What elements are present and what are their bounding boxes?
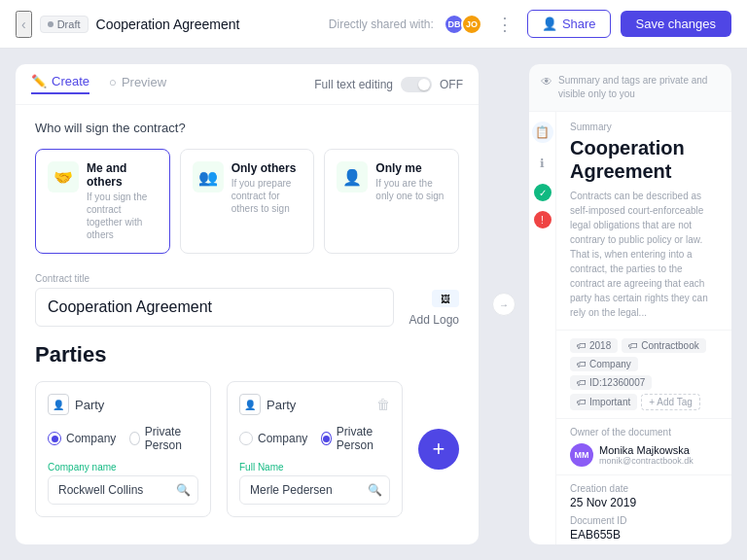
party-1-person-radio[interactable]: Private Person (129, 425, 198, 452)
signer-options: 🤝 Me and others If you sign the contract… (35, 149, 459, 254)
party-2-person-radio[interactable]: Private Person (321, 425, 390, 452)
signer-others-name: Only others (231, 161, 302, 175)
sidebar-icon-strip: 📋 ℹ ✓ ! (529, 112, 556, 544)
party-2-label: Party (267, 398, 296, 412)
draft-badge: Draft (40, 16, 89, 33)
signer-me-and-others[interactable]: 🤝 Me and others If you sign the contract… (35, 149, 170, 254)
logo-upload-icon: 🖼 (432, 290, 459, 307)
owner-avatar: MM (570, 443, 593, 467)
party-2-icon: 👤 (239, 394, 261, 415)
party-1-company-radio[interactable]: Company (48, 425, 116, 452)
more-button[interactable]: ⋮ (492, 10, 517, 39)
main-content: ✏️ Create ○ Preview Full text editing OF… (0, 49, 747, 560)
panel-arrow: → (490, 64, 517, 544)
tag-icon: 🏷 (628, 340, 638, 351)
tag-icon: 🏷 (577, 377, 587, 388)
add-tag-button[interactable]: + Add Tag (641, 394, 700, 410)
draft-label: Draft (57, 18, 81, 30)
signer-only-others[interactable]: 👥 Only others If you prepare contract fo… (180, 149, 315, 254)
parties-grid: 👤 Party Company Private Person (35, 381, 459, 517)
document-title: Cooperation Agreement (96, 17, 321, 32)
party-1-card: 👤 Party Company Private Person (35, 381, 211, 517)
pencil-icon: ✏️ (31, 74, 47, 88)
notice-text: Summary and tags are private and visible… (558, 74, 720, 101)
summary-desc: Contracts can be described as self-impos… (570, 189, 718, 320)
tab-bar: ✏️ Create ○ Preview Full text editing OF… (16, 64, 479, 105)
signer-only-me-desc: If you are the only one to sign (375, 177, 446, 202)
summary-label: Summary (570, 122, 718, 132)
party-2-search-icon: 🔍 (368, 483, 382, 497)
left-panel: ✏️ Create ○ Preview Full text editing OF… (16, 64, 479, 544)
creation-label: Creation date (570, 483, 718, 494)
meta-section: Creation date 25 Nov 2019 Document ID EA… (556, 475, 731, 544)
right-sidebar: 👁 Summary and tags are private and visib… (529, 64, 731, 544)
expand-arrow-button[interactable]: → (492, 293, 516, 316)
signer-others-desc: If you prepare contract for others to si… (231, 177, 302, 215)
back-button[interactable]: ‹ (16, 11, 32, 38)
radio-checked-icon (48, 432, 61, 445)
title-logo-row: Contract title 🖼 Add Logo (35, 273, 459, 342)
doc-id-label: Document ID (570, 515, 718, 526)
top-bar: ‹ Draft Cooperation Agreement Directly s… (0, 0, 747, 49)
parties-heading: Parties (35, 342, 459, 368)
radio-checked-icon (321, 432, 331, 445)
summary-title: Cooperation Agreement (570, 136, 718, 183)
tag-icon: 🏷 (577, 397, 587, 407)
full-text-toggle: Full text editing OFF (314, 77, 463, 92)
party-2-delete-icon[interactable]: 🗑 (376, 397, 390, 412)
radio-unchecked-icon (129, 432, 139, 445)
tag-icon: 🏷 (577, 359, 587, 369)
signer-only-me[interactable]: 👤 Only me If you are the only one to sig… (324, 149, 459, 254)
tags-area: 🏷2018 🏷Contractbook 🏷Company 🏷ID:1236000… (556, 331, 731, 419)
share-icon: 👤 (542, 17, 557, 31)
owner-name: Monika Majkowska (599, 444, 694, 456)
owner-label: Owner of the document (570, 427, 718, 438)
add-party-button[interactable]: + (418, 429, 459, 470)
tab-preview[interactable]: ○ Preview (109, 75, 166, 93)
sidebar-notice: 👁 Summary and tags are private and visib… (529, 64, 731, 112)
signer-me-icon: 🤝 (48, 161, 79, 192)
owner-email: monik@contractbook.dk (599, 456, 694, 466)
party-1-label: Party (75, 398, 104, 412)
contract-title-input[interactable] (35, 288, 394, 327)
add-logo-button[interactable]: Add Logo (409, 313, 459, 327)
summary-icon-btn[interactable]: 📋 (532, 122, 553, 143)
signer-only-me-icon: 👤 (337, 161, 368, 192)
owner-section: Owner of the document MM Monika Majkowsk… (556, 419, 731, 475)
party-2-company-radio[interactable]: Company (239, 425, 307, 452)
shared-label: Directly shared with: (329, 18, 434, 31)
tab-create[interactable]: ✏️ Create (31, 74, 89, 94)
top-bar-actions: Directly shared with: DB JO ⋮ 👤 Share Sa… (329, 10, 731, 39)
radio-unchecked-icon (239, 432, 253, 445)
eye-notice-icon: 👁 (541, 75, 552, 88)
shared-avatars: DB JO (444, 14, 482, 35)
tag-contractbook: 🏷Contractbook (622, 338, 705, 353)
avatar-jo: JO (461, 14, 482, 35)
doc-id-value: EAB655B (570, 528, 718, 542)
flag-icon-btn[interactable]: ! (534, 211, 551, 228)
full-text-toggle-pill[interactable] (401, 77, 432, 92)
summary-section: Summary Cooperation Agreement Contracts … (556, 112, 731, 331)
contract-title-label: Contract title (35, 273, 394, 284)
save-button[interactable]: Save changes (621, 11, 731, 37)
panel-body: Who will sign the contract? 🤝 Me and oth… (16, 105, 479, 544)
eye-icon: ○ (109, 75, 117, 89)
tag-id: 🏷ID:12360007 (570, 375, 652, 390)
signer-others-icon: 👥 (193, 161, 224, 192)
party-1-field-label: Company name (48, 462, 198, 472)
signer-only-me-name: Only me (375, 161, 446, 175)
tag-important: 🏷Important (570, 394, 637, 410)
party-1-type-group: Company Private Person (48, 425, 198, 452)
logo-area: 🖼 (409, 290, 459, 307)
check-icon-btn[interactable]: ✓ (534, 184, 551, 201)
party-2-field-label: Full Name (239, 462, 390, 472)
share-button[interactable]: 👤 Share (527, 10, 611, 38)
creation-date: 25 Nov 2019 (570, 496, 718, 509)
signer-me-desc: If you sign the contract together with o… (87, 191, 158, 241)
tag-icon: 🏷 (577, 340, 587, 351)
info-icon-btn[interactable]: ℹ (532, 153, 553, 174)
party-2-type-group: Company Private Person (239, 425, 390, 452)
toggle-thumb (418, 79, 430, 90)
signer-section-title: Who will sign the contract? (35, 121, 459, 135)
signer-me-name: Me and others (87, 161, 158, 189)
